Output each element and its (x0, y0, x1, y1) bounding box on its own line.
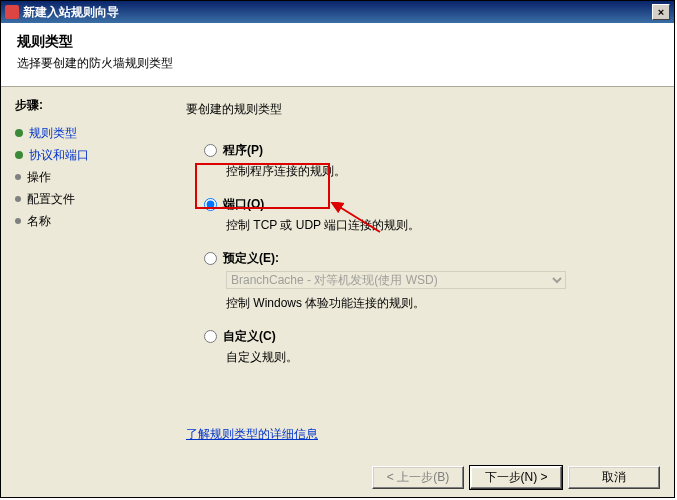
page-subtitle: 选择要创建的防火墙规则类型 (17, 55, 658, 72)
step-protocol-port[interactable]: 协议和端口 (15, 144, 166, 166)
option-label: 端口(O) (223, 196, 264, 213)
close-button[interactable]: × (652, 4, 670, 20)
step-label: 配置文件 (27, 191, 75, 208)
section-title: 要创建的规则类型 (186, 101, 654, 118)
window-title: 新建入站规则向导 (23, 4, 652, 21)
step-name: 名称 (15, 210, 166, 232)
app-icon (5, 5, 19, 19)
bullet-icon (15, 129, 23, 137)
page-title: 规则类型 (17, 33, 658, 51)
step-profile: 配置文件 (15, 188, 166, 210)
next-button[interactable]: 下一步(N) > (470, 466, 562, 489)
bullet-icon (15, 151, 23, 159)
body: 步骤: 规则类型 协议和端口 操作 配置文件 名称 要创建的规则类型 程序(P)… (1, 87, 674, 457)
bullet-icon (15, 196, 21, 202)
steps-label: 步骤: (15, 97, 166, 114)
option-desc: 自定义规则。 (226, 349, 654, 366)
radio-predefined[interactable] (204, 252, 217, 265)
back-button[interactable]: < 上一步(B) (372, 466, 464, 489)
predefined-select[interactable]: BranchCache - 对等机发现(使用 WSD) (226, 271, 566, 289)
step-link[interactable]: 规则类型 (29, 125, 77, 142)
option-label: 预定义(E): (223, 250, 279, 267)
radio-port[interactable] (204, 198, 217, 211)
learn-more-link[interactable]: 了解规则类型的详细信息 (186, 426, 654, 443)
step-rule-type[interactable]: 规则类型 (15, 122, 166, 144)
option-desc: 控制 Windows 体验功能连接的规则。 (226, 295, 654, 312)
option-predefined: 预定义(E): BranchCache - 对等机发现(使用 WSD) 控制 W… (204, 250, 654, 312)
step-label: 名称 (27, 213, 51, 230)
radio-program[interactable] (204, 144, 217, 157)
step-link[interactable]: 协议和端口 (29, 147, 89, 164)
cancel-button[interactable]: 取消 (568, 466, 660, 489)
step-action: 操作 (15, 166, 166, 188)
step-label: 操作 (27, 169, 51, 186)
page-header: 规则类型 选择要创建的防火墙规则类型 (1, 23, 674, 87)
steps-sidebar: 步骤: 规则类型 协议和端口 操作 配置文件 名称 (1, 87, 166, 457)
radio-custom[interactable] (204, 330, 217, 343)
wizard-window: 新建入站规则向导 × 规则类型 选择要创建的防火墙规则类型 步骤: 规则类型 协… (0, 0, 675, 498)
option-desc: 控制 TCP 或 UDP 端口连接的规则。 (226, 217, 654, 234)
main-panel: 要创建的规则类型 程序(P) 控制程序连接的规则。 端口(O) 控制 TCP 或… (166, 87, 674, 457)
option-label: 程序(P) (223, 142, 263, 159)
option-label: 自定义(C) (223, 328, 276, 345)
option-desc: 控制程序连接的规则。 (226, 163, 654, 180)
bullet-icon (15, 218, 21, 224)
option-custom: 自定义(C) 自定义规则。 (204, 328, 654, 366)
option-port: 端口(O) 控制 TCP 或 UDP 端口连接的规则。 (204, 196, 654, 234)
option-program: 程序(P) 控制程序连接的规则。 (204, 142, 654, 180)
footer: < 上一步(B) 下一步(N) > 取消 (1, 457, 674, 497)
bullet-icon (15, 174, 21, 180)
titlebar: 新建入站规则向导 × (1, 1, 674, 23)
